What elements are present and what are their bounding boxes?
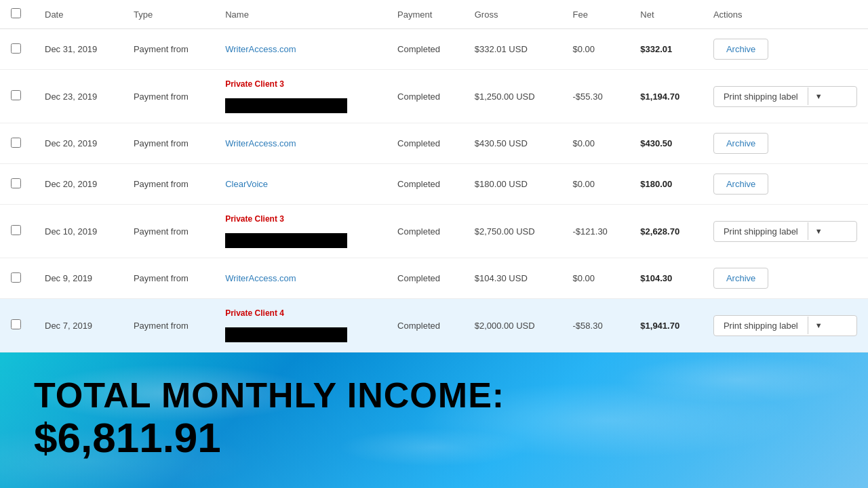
- row-action-cell: Print shipping label▼: [703, 70, 868, 123]
- row-net-value: $180.00: [640, 179, 672, 189]
- row-name: Private Client 4: [214, 299, 387, 352]
- select-all-checkbox[interactable]: [11, 8, 21, 18]
- row-checkbox-cell: [0, 205, 34, 258]
- row-date: Dec 31, 2019: [34, 29, 123, 70]
- row-checkbox-cell: [0, 258, 34, 299]
- row-date: Dec 20, 2019: [34, 164, 123, 205]
- col-name: Name: [214, 0, 387, 29]
- row-gross: $332.01 USD: [464, 29, 562, 70]
- page-wrapper: Date Type Name Payment Gross Fee Net Act…: [0, 0, 868, 488]
- row-date: Dec 23, 2019: [34, 70, 123, 123]
- row-payment: Completed: [387, 123, 464, 164]
- row-checkbox[interactable]: [11, 43, 21, 54]
- row-net: $430.50: [629, 123, 703, 164]
- row-payment: Completed: [387, 258, 464, 299]
- archive-button[interactable]: Archive: [713, 39, 768, 60]
- table-row: Dec 20, 2019Payment fromClearVoiceComple…: [0, 164, 868, 205]
- col-checkbox: [0, 0, 34, 29]
- row-name-link[interactable]: WriterAccess.com: [225, 273, 296, 283]
- row-net: $1,194.70: [629, 70, 703, 123]
- private-client-label: Private Client 3: [225, 214, 284, 224]
- row-name: WriterAccess.com: [214, 123, 387, 164]
- table-section: Date Type Name Payment Gross Fee Net Act…: [0, 0, 868, 352]
- row-type: Payment from: [123, 258, 214, 299]
- split-action-button: Print shipping label▼: [713, 86, 857, 107]
- row-name: ClearVoice: [214, 164, 387, 205]
- row-payment: Completed: [387, 70, 464, 123]
- row-fee: -$121.30: [562, 205, 630, 258]
- row-date: Dec 10, 2019: [34, 205, 123, 258]
- table-row: Dec 23, 2019Payment fromPrivate Client 3…: [0, 70, 868, 123]
- row-checkbox-cell: [0, 70, 34, 123]
- private-client-label: Private Client 4: [225, 308, 284, 318]
- row-action-cell: Archive: [703, 123, 868, 164]
- row-net-value: $1,941.70: [640, 321, 679, 331]
- redacted-name: [225, 327, 347, 342]
- split-arrow-button[interactable]: ▼: [808, 87, 829, 105]
- row-checkbox-cell: [0, 29, 34, 70]
- archive-button[interactable]: Archive: [713, 268, 768, 289]
- row-fee: -$55.30: [562, 70, 630, 123]
- print-label-button[interactable]: Print shipping label: [714, 87, 808, 106]
- row-action-cell: Print shipping label▼: [703, 205, 868, 258]
- row-date: Dec 20, 2019: [34, 123, 123, 164]
- bottom-section: TOTAL MONTHLY INCOME: $6,811.91: [0, 352, 868, 488]
- row-type: Payment from: [123, 70, 214, 123]
- row-net-value: $430.50: [640, 138, 672, 148]
- row-checkbox[interactable]: [11, 319, 21, 329]
- archive-button[interactable]: Archive: [713, 174, 768, 195]
- col-actions: Actions: [703, 0, 868, 29]
- row-name: WriterAccess.com: [214, 29, 387, 70]
- split-action-button: Print shipping label▼: [713, 315, 857, 336]
- row-payment: Completed: [387, 164, 464, 205]
- col-date: Date: [34, 0, 123, 29]
- split-arrow-button[interactable]: ▼: [808, 317, 829, 334]
- split-arrow-button[interactable]: ▼: [808, 222, 829, 240]
- col-fee: Fee: [562, 0, 630, 29]
- table-row: Dec 9, 2019Payment fromWriterAccess.comC…: [0, 258, 868, 299]
- row-checkbox[interactable]: [11, 272, 21, 283]
- row-gross: $1,250.00 USD: [464, 70, 562, 123]
- row-name-link[interactable]: ClearVoice: [225, 179, 268, 189]
- archive-button[interactable]: Archive: [713, 133, 768, 154]
- row-name-link[interactable]: WriterAccess.com: [225, 44, 296, 54]
- row-net-value: $332.01: [640, 44, 672, 54]
- row-name: Private Client 3: [214, 70, 387, 123]
- redacted-name: [225, 233, 347, 248]
- row-fee: $0.00: [562, 258, 630, 299]
- row-gross: $430.50 USD: [464, 123, 562, 164]
- table-row: Dec 20, 2019Payment fromWriterAccess.com…: [0, 123, 868, 164]
- row-type: Payment from: [123, 205, 214, 258]
- row-name-link[interactable]: WriterAccess.com: [225, 138, 296, 148]
- redacted-name: [225, 98, 347, 113]
- income-label: TOTAL MONTHLY INCOME:: [34, 376, 505, 415]
- row-date: Dec 7, 2019: [34, 299, 123, 352]
- row-fee: $0.00: [562, 29, 630, 70]
- col-gross: Gross: [464, 0, 562, 29]
- row-type: Payment from: [123, 299, 214, 352]
- row-date: Dec 9, 2019: [34, 258, 123, 299]
- row-payment: Completed: [387, 29, 464, 70]
- row-action-cell: Archive: [703, 258, 868, 299]
- col-payment: Payment: [387, 0, 464, 29]
- print-label-button[interactable]: Print shipping label: [714, 316, 808, 336]
- print-label-button[interactable]: Print shipping label: [714, 222, 808, 241]
- row-checkbox[interactable]: [11, 178, 21, 188]
- row-gross: $104.30 USD: [464, 258, 562, 299]
- col-net: Net: [629, 0, 703, 29]
- row-type: Payment from: [123, 164, 214, 205]
- row-gross: $180.00 USD: [464, 164, 562, 205]
- row-fee: $0.00: [562, 164, 630, 205]
- row-checkbox[interactable]: [11, 90, 21, 100]
- table-row: Dec 7, 2019Payment fromPrivate Client 4C…: [0, 299, 868, 352]
- row-net: $104.30: [629, 258, 703, 299]
- row-net: $332.01: [629, 29, 703, 70]
- table-row: Dec 10, 2019Payment fromPrivate Client 3…: [0, 205, 868, 258]
- table-header-row: Date Type Name Payment Gross Fee Net Act…: [0, 0, 868, 29]
- row-net: $2,628.70: [629, 205, 703, 258]
- row-checkbox[interactable]: [11, 138, 21, 148]
- row-name: Private Client 3: [214, 205, 387, 258]
- row-action-cell: Archive: [703, 29, 868, 70]
- row-type: Payment from: [123, 123, 214, 164]
- row-checkbox[interactable]: [11, 225, 21, 235]
